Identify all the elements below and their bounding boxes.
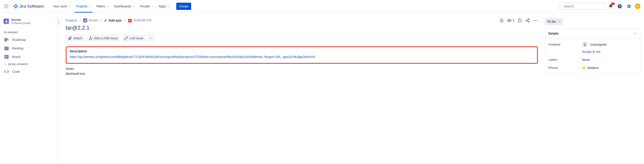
sidebar-item-backlog[interactable]: Backlog: [2, 44, 56, 53]
field-label: Priority: [548, 66, 582, 69]
svg-line-10: [562, 6, 562, 6]
field-labels[interactable]: Labels None: [545, 56, 640, 64]
backlog-icon: [4, 46, 9, 51]
svg-point-7: [6, 7, 6, 8]
chevron-up-icon: [634, 32, 637, 35]
svg-point-30: [534, 20, 534, 21]
svg-rect-14: [5, 39, 8, 40]
nav-your-work[interactable]: Your work: [50, 0, 73, 12]
svg-point-8: [8, 7, 8, 8]
like-icon[interactable]: [518, 18, 522, 23]
jira-logo[interactable]: Jira Software: [11, 3, 46, 9]
board-icon: [4, 54, 9, 59]
svg-point-26: [526, 20, 527, 21]
main-column: Projects / Scrum / Add epic / SCRUM-133 …: [66, 18, 538, 164]
project-header[interactable]: Scrum Software project: [2, 18, 56, 29]
notification-badge: 7: [611, 2, 615, 5]
nav-people[interactable]: People: [137, 0, 156, 12]
notifications-icon[interactable]: 7: [607, 3, 614, 10]
topbar: Jira Software Your work Projects Filters…: [0, 0, 644, 12]
svg-point-32: [536, 20, 538, 21]
project-name: Scrum: [11, 18, 31, 21]
svg-rect-18: [5, 49, 8, 50]
sidebar-item-board[interactable]: Board: [2, 53, 56, 61]
attachment-icon: [68, 36, 72, 40]
app-switcher-icon[interactable]: [3, 3, 10, 10]
link-icon: [124, 36, 128, 40]
chevron-down-icon: [151, 5, 153, 8]
details-header[interactable]: Details: [545, 29, 640, 38]
svg-point-5: [8, 6, 8, 6]
field-priority[interactable]: Priority Medium: [545, 64, 640, 72]
field-label: Labels: [548, 58, 582, 61]
search-icon: [561, 4, 562, 8]
nav-filters[interactable]: Filters: [94, 0, 111, 12]
notes-label: Notes:: [66, 67, 538, 71]
share-icon[interactable]: [525, 18, 530, 23]
sidebar-item-code[interactable]: Code: [2, 67, 56, 76]
avatar-initial: A: [635, 3, 640, 9]
breadcrumb-projects[interactable]: Projects: [66, 19, 77, 22]
svg-point-27: [528, 21, 529, 22]
topbar-left: Jira Software Your work Projects Filters…: [3, 0, 191, 12]
chevron-down-icon: [132, 5, 134, 8]
sidebar-collapse-button[interactable]: [55, 20, 61, 26]
svg-point-3: [4, 6, 5, 6]
breadcrumb: Projects / Scrum / Add epic / SCRUM-133: [66, 18, 151, 22]
chevron-down-icon: [167, 5, 170, 8]
nav-apps[interactable]: Apps: [156, 0, 172, 12]
link-issue-button[interactable]: Link issue: [122, 35, 146, 42]
sidebar-item-label: Roadmap: [12, 38, 26, 41]
right-rail: To Do Details Assignee Unassigned Assig: [545, 18, 644, 164]
sidebar-item-label: Board: [12, 55, 20, 59]
search-input[interactable]: [564, 4, 603, 8]
svg-text:?: ?: [619, 4, 620, 8]
issue-title[interactable]: tar@2.2.1: [66, 25, 538, 31]
assign-to-me-link[interactable]: Assign to me: [545, 49, 640, 56]
create-button[interactable]: Create: [176, 3, 191, 10]
settings-icon[interactable]: [625, 3, 632, 10]
status-row: To Do: [545, 18, 640, 25]
svg-line-29: [527, 21, 528, 21]
nav-dashboards[interactable]: Dashboards: [111, 0, 138, 12]
chevron-down-icon: [4, 63, 7, 66]
sidebar-item-roadmap[interactable]: Roadmap: [2, 35, 56, 44]
lock-icon[interactable]: [500, 18, 504, 23]
sidebar-item-label: Backlog: [12, 46, 24, 50]
breadcrumb-issue-key[interactable]: SCRUM-133: [128, 18, 151, 22]
description-label: Description: [70, 49, 534, 53]
svg-point-4: [6, 6, 6, 6]
svg-rect-15: [5, 41, 6, 41]
field-value: Unassigned: [582, 42, 637, 47]
svg-point-25: [528, 19, 529, 20]
breadcrumb-project[interactable]: Scrum: [83, 18, 98, 22]
section-development[interactable]: DEVELOPMENT: [2, 61, 56, 67]
breadcrumb-add-epic[interactable]: Add epic: [104, 19, 122, 22]
svg-point-6: [4, 7, 5, 8]
help-icon[interactable]: ?: [616, 3, 623, 10]
global-search[interactable]: [558, 3, 605, 10]
profile-avatar[interactable]: A: [634, 3, 641, 10]
layout: Scrum Software project PLANNING Roadmap …: [0, 12, 644, 164]
add-child-button[interactable]: Add a child issue: [86, 35, 120, 42]
chevron-down-icon: [149, 37, 152, 40]
content: Projects / Scrum / Add epic / SCRUM-133 …: [58, 12, 644, 164]
status-dropdown[interactable]: To Do: [545, 18, 563, 25]
sidebar-item-label: Code: [12, 70, 20, 73]
section-planning: PLANNING: [2, 29, 56, 35]
nav-projects[interactable]: Projects: [73, 0, 94, 12]
project-type: Software project: [11, 21, 31, 25]
svg-rect-16: [5, 47, 8, 48]
project-icon: [83, 18, 87, 22]
svg-rect-20: [6, 55, 7, 59]
more-actions-button[interactable]: [148, 35, 154, 42]
field-assignee[interactable]: Assignee Unassigned: [545, 39, 640, 49]
field-value: None: [582, 58, 637, 62]
attach-button[interactable]: Attach: [66, 35, 84, 42]
chevron-down-icon: [106, 5, 108, 8]
chevron-down-icon: [88, 5, 91, 8]
svg-rect-23: [500, 20, 503, 22]
description-link[interactable]: https://qa.harness.io/ng/#/account/Bdsgi…: [70, 54, 534, 60]
more-icon[interactable]: [533, 18, 538, 23]
watchers-button[interactable]: 1: [507, 18, 514, 23]
